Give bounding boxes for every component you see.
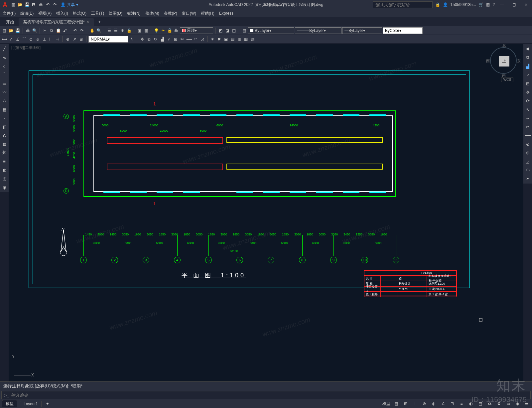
tb-layerfrz-icon[interactable]: ❄ (119, 28, 125, 34)
dim-arc-icon[interactable]: ⌒ (21, 36, 27, 42)
point-icon[interactable]: · (1, 114, 8, 122)
tb-plot-icon[interactable]: 🖶 (25, 28, 31, 34)
mtext-icon[interactable]: 知 (1, 149, 8, 156)
osnap-toggle-icon[interactable]: ◎ (430, 400, 437, 407)
mod-offset-icon[interactable]: ⫽ (166, 36, 172, 42)
menu-view[interactable]: 视图(V) (38, 11, 52, 16)
tab-new[interactable]: + (94, 18, 105, 26)
menu-window[interactable]: 窗口(W) (182, 11, 196, 16)
r-offset-icon[interactable]: ⫽ (524, 71, 531, 78)
tb-ext2-icon[interactable]: ▤ (229, 36, 235, 42)
tb-xref-icon[interactable]: ◫ (231, 28, 237, 34)
r-stretch-icon[interactable]: ↔ (524, 114, 531, 122)
menu-file[interactable]: 文件(F) (3, 11, 16, 16)
region-icon[interactable]: ◧ (1, 123, 8, 130)
command-input-box[interactable]: ▷_ (1, 391, 531, 399)
tb-undo2-icon[interactable]: ↶ (72, 28, 78, 34)
user-name[interactable]: 1505999135... (451, 2, 476, 7)
cart-icon[interactable]: 🛒 (478, 2, 483, 7)
dim-center-icon[interactable]: ⊕ (65, 36, 71, 42)
drawing-canvas[interactable]: [-][俯视][二维线框] 上 北 南 西 东 WCS 1 1 (9, 44, 523, 381)
tab-add-icon[interactable]: + (44, 400, 51, 407)
tb-block-icon[interactable]: ▣ (136, 28, 142, 34)
ortho-toggle-icon[interactable]: ⊥ (412, 400, 418, 407)
tb-ext3-icon[interactable]: ▥ (236, 36, 242, 42)
mod-array-icon[interactable]: ⊞ (173, 36, 179, 42)
snap-toggle-icon[interactable]: ⊞ (402, 400, 409, 407)
tb-misc1-icon[interactable]: ▤ (241, 28, 247, 34)
plot-icon[interactable]: 🖶 (38, 2, 44, 8)
r-join-icon[interactable]: ⊕ (524, 149, 531, 156)
tb-match-icon[interactable]: 🖌 (62, 28, 68, 34)
lineweight-dropdown[interactable]: — ByLayer ▾ (342, 27, 382, 34)
tab-current-file[interactable]: 某机车辅修库室内采暖工程设计图*× (19, 18, 94, 26)
lwt-toggle-icon[interactable]: ≡ (458, 400, 465, 407)
user-icon[interactable]: 👤 (443, 2, 448, 7)
menu-edit[interactable]: 编辑(E) (20, 11, 34, 16)
dim-base-icon[interactable]: ⊢ (48, 36, 54, 42)
bylayer-color-dropdown[interactable]: ByLayer ▾ (248, 27, 294, 34)
dim-tol-icon[interactable]: ⊞ (78, 36, 84, 42)
menu-draw[interactable]: 绘图(D) (109, 11, 122, 16)
tb-ext1-icon[interactable]: ▣ (223, 36, 229, 42)
tb-new-icon[interactable]: ▥ (1, 28, 7, 34)
dim-angular-icon[interactable]: ∠ (15, 36, 21, 42)
boundary-icon[interactable]: ◎ (1, 175, 8, 182)
undo-icon[interactable]: ↶ (45, 2, 51, 8)
mod-copy-icon[interactable]: ⧉ (146, 36, 152, 42)
search-input[interactable] (373, 1, 433, 8)
menu-modify[interactable]: 修改(M) (145, 11, 159, 16)
menu-tools[interactable]: 工具(T) (91, 11, 104, 16)
layer-dropdown[interactable]: 屋顶 ▾ (180, 27, 213, 34)
bycolor-dropdown[interactable]: ByColor ▾ (383, 27, 423, 34)
r-mirror-icon[interactable]: ▟ (524, 63, 531, 70)
lightbulb-icon[interactable]: 💡 (153, 28, 159, 34)
r-explode-icon[interactable]: ✶ (524, 175, 531, 182)
rect-icon[interactable]: ▭ (1, 80, 8, 87)
dim-update-icon[interactable]: ↻ (129, 36, 135, 42)
r-extend-icon[interactable]: ⟶ (524, 132, 531, 139)
tb-mkblk-icon[interactable]: ◪ (224, 28, 230, 34)
dim-diameter-icon[interactable]: ⌀ (35, 36, 41, 42)
modelspace-label[interactable]: 模型 (382, 401, 390, 407)
dim-radius-icon[interactable]: ⊙ (28, 36, 34, 42)
menu-param[interactable]: 参数(P) (164, 11, 177, 16)
mod-explode-icon[interactable]: ✶ (209, 36, 215, 42)
tb-pan-icon[interactable]: ✋ (89, 28, 95, 34)
r-copy-icon[interactable]: ⧉ (524, 54, 531, 61)
tb-redo2-icon[interactable]: ↷ (79, 28, 85, 34)
tb-preview-icon[interactable]: 🔍 (32, 28, 38, 34)
mod-mirror-icon[interactable]: ▟ (159, 36, 165, 42)
r-fillet-icon[interactable]: ◠ (524, 166, 531, 174)
tb-save-icon[interactable]: 💾 (15, 28, 21, 34)
mod-chamfer-icon[interactable]: ◿ (199, 36, 205, 42)
save-icon[interactable]: 💾 (24, 2, 30, 8)
mod-move-icon[interactable]: ✥ (139, 36, 145, 42)
redo-icon[interactable]: ↷ (52, 2, 58, 8)
otrack-toggle-icon[interactable]: ∠ (440, 400, 446, 407)
menu-express[interactable]: Express (219, 11, 233, 16)
share-button[interactable]: 👤 共享 ▾ (61, 2, 78, 8)
close-tab-icon[interactable]: × (87, 20, 89, 24)
r-break-icon[interactable]: ⊘ (524, 140, 531, 148)
command-input[interactable] (11, 393, 528, 398)
grid-toggle-icon[interactable]: ▦ (393, 400, 400, 407)
arc2-icon[interactable]: ⌒ (1, 71, 8, 78)
table2-icon[interactable]: ▦ (1, 140, 8, 148)
tb-layeriso-icon[interactable]: ☱ (113, 28, 119, 34)
mod-erase-icon[interactable]: ✖ (216, 36, 222, 42)
r-move-icon[interactable]: ✥ (524, 88, 531, 96)
menu-help[interactable]: 帮助(H) (201, 11, 214, 16)
dim-ord-icon[interactable]: ⊥ (41, 36, 47, 42)
tb-copy-icon[interactable]: ⧉ (49, 28, 55, 34)
tb-cut-icon[interactable]: ✂ (42, 28, 48, 34)
tb-layerprop-icon[interactable]: ☰ (106, 28, 112, 34)
print2-icon[interactable]: 🖶 (173, 28, 179, 34)
text-icon[interactable]: A (1, 132, 8, 139)
tb-paste-icon[interactable]: 📋 (55, 28, 61, 34)
dim-linear-icon[interactable]: ⟷ (1, 36, 7, 42)
r-scale-icon[interactable]: ⤡ (524, 106, 531, 113)
tb-table-icon[interactable]: ▦ (143, 28, 149, 34)
dimstyle-dropdown[interactable]: NORMAL ▾ (88, 36, 128, 43)
r-rotate-icon[interactable]: ⟳ (524, 97, 531, 104)
